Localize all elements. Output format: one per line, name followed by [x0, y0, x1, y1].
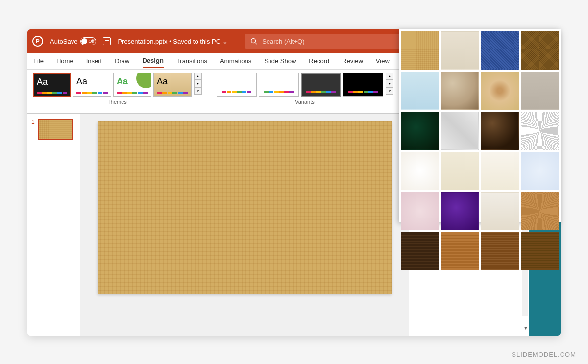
texture-swatch[interactable] [401, 72, 439, 110]
save-icon[interactable] [103, 37, 111, 45]
variant-thumb[interactable] [217, 73, 257, 97]
document-title[interactable]: Presentation.pptx • Saved to this PC ⌄ [118, 38, 228, 45]
texture-swatch[interactable] [401, 232, 439, 270]
texture-gallery-popup [399, 29, 561, 222]
autosave-label: AutoSave [50, 38, 77, 45]
svg-line-1 [255, 43, 257, 45]
variants-group: ▴▾▿ Variants [216, 73, 393, 112]
variants-gallery[interactable] [216, 73, 384, 97]
theme-thumb[interactable]: Aa [73, 73, 111, 97]
slide-canvas-area [80, 114, 409, 336]
texture-swatch[interactable] [521, 112, 559, 150]
themes-group-label: Themes [107, 99, 127, 105]
tab-draw[interactable]: Draw [115, 54, 129, 68]
texture-swatch[interactable] [521, 232, 559, 270]
theme-thumb[interactable]: Aa [33, 73, 71, 97]
texture-swatch[interactable] [401, 152, 439, 190]
tab-slide-show[interactable]: Slide Show [264, 54, 296, 68]
variants-scroll[interactable]: ▴▾▿ [386, 73, 393, 97]
tab-design[interactable]: Design [143, 54, 164, 68]
texture-swatch[interactable] [521, 192, 559, 230]
themes-group: Aa Aa Aa Aa ▴▾▿ Themes [32, 73, 202, 112]
tab-view[interactable]: View [376, 54, 390, 68]
tab-review[interactable]: Review [342, 54, 363, 68]
texture-swatch[interactable] [521, 31, 559, 70]
variant-thumb[interactable] [301, 73, 341, 97]
chevron-down-icon: ⌄ [222, 38, 228, 45]
texture-swatch[interactable] [401, 192, 439, 230]
tab-transitions[interactable]: Transitions [176, 54, 207, 68]
tab-file[interactable]: File [33, 54, 44, 68]
texture-swatch[interactable] [481, 112, 519, 150]
search-icon [250, 38, 257, 45]
texture-swatch[interactable] [441, 112, 479, 150]
texture-swatch[interactable] [481, 232, 519, 270]
variants-group-label: Variants [295, 99, 315, 105]
toggle-switch[interactable]: Off [80, 37, 96, 45]
watermark: SLIDEMODEL.COM [512, 351, 576, 358]
themes-scroll[interactable]: ▴▾▿ [194, 73, 202, 97]
themes-gallery[interactable]: Aa Aa Aa Aa [32, 73, 192, 97]
texture-swatch[interactable] [401, 31, 439, 70]
texture-swatch[interactable] [441, 232, 479, 270]
texture-swatch[interactable] [481, 72, 519, 110]
texture-swatch[interactable] [441, 152, 479, 190]
texture-swatch[interactable] [401, 112, 439, 150]
theme-thumb[interactable]: Aa [153, 73, 192, 97]
tab-record[interactable]: Record [309, 54, 329, 68]
texture-swatch[interactable] [441, 192, 479, 230]
texture-swatch[interactable] [521, 152, 559, 190]
texture-swatch[interactable] [521, 72, 559, 110]
tab-animations[interactable]: Animations [220, 54, 251, 68]
variant-thumb[interactable] [343, 73, 383, 97]
autosave-toggle[interactable]: AutoSave Off [50, 37, 96, 45]
slide-thumb-item[interactable]: 1 [31, 119, 76, 140]
slide-thumbnails-panel: 1 [27, 114, 80, 336]
slide-thumbnail[interactable] [38, 119, 73, 140]
texture-swatch[interactable] [441, 31, 479, 70]
expand-icon[interactable]: ▼ [523, 325, 528, 331]
slide-canvas[interactable] [98, 121, 392, 294]
tab-home[interactable]: Home [56, 54, 74, 68]
slide-number: 1 [31, 119, 35, 140]
tab-insert[interactable]: Insert [86, 54, 102, 68]
texture-swatch[interactable] [481, 152, 519, 190]
texture-swatch[interactable] [441, 72, 479, 110]
texture-swatch[interactable] [481, 192, 519, 230]
variant-thumb[interactable] [259, 73, 299, 97]
texture-swatch[interactable] [481, 31, 519, 70]
svg-point-0 [251, 39, 256, 43]
theme-thumb[interactable]: Aa [113, 73, 151, 97]
powerpoint-icon: P [32, 36, 43, 47]
